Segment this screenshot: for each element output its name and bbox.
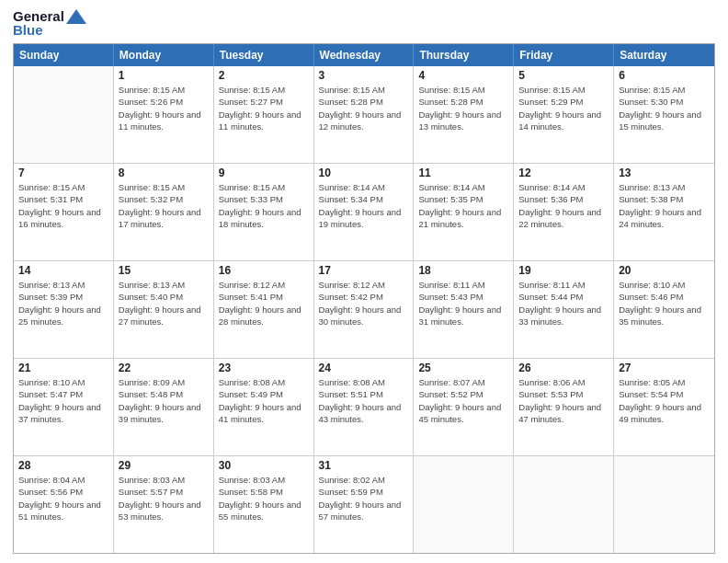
day-info: Sunrise: 8:15 AM Sunset: 5:31 PM Dayligh…: [18, 181, 108, 230]
calendar-cell-w4-d3: 23 Sunrise: 8:08 AM Sunset: 5:49 PM Dayl…: [214, 359, 314, 455]
calendar-cell-w3-d3: 16 Sunrise: 8:12 AM Sunset: 5:41 PM Dayl…: [214, 261, 314, 358]
day-number: 30: [219, 459, 309, 472]
day-number: 25: [418, 362, 508, 374]
day-number: 7: [18, 167, 108, 179]
header-day-sunday: Sunday: [14, 44, 114, 66]
sunset-text: Sunset: 5:30 PM: [619, 96, 710, 108]
sunrise-text: Sunrise: 8:10 AM: [18, 376, 108, 388]
calendar-cell-w1-d3: 2 Sunrise: 8:15 AM Sunset: 5:27 PM Dayli…: [214, 66, 314, 163]
day-info: Sunrise: 8:03 AM Sunset: 5:58 PM Dayligh…: [219, 474, 309, 523]
sunrise-text: Sunrise: 8:13 AM: [18, 279, 108, 291]
header-day-wednesday: Wednesday: [314, 44, 415, 66]
daylight-text: Daylight: 9 hours and 27 minutes.: [119, 304, 209, 328]
daylight-text: Daylight: 9 hours and 57 minutes.: [319, 499, 409, 523]
day-number: 28: [18, 459, 108, 472]
sunset-text: Sunset: 5:44 PM: [518, 291, 609, 303]
calendar-cell-w5-d7: [614, 456, 714, 553]
sunset-text: Sunset: 5:26 PM: [119, 96, 209, 108]
logo-triangle-icon: [66, 9, 86, 24]
calendar-cell-w2-d3: 9 Sunrise: 8:15 AM Sunset: 5:33 PM Dayli…: [214, 164, 314, 260]
calendar-cell-w5-d6: [514, 456, 614, 553]
day-info: Sunrise: 8:14 AM Sunset: 5:35 PM Dayligh…: [418, 181, 508, 230]
sunset-text: Sunset: 5:54 PM: [619, 388, 710, 400]
sunrise-text: Sunrise: 8:15 AM: [219, 181, 309, 193]
daylight-text: Daylight: 9 hours and 35 minutes.: [619, 304, 710, 328]
daylight-text: Daylight: 9 hours and 17 minutes.: [119, 206, 209, 231]
day-info: Sunrise: 8:15 AM Sunset: 5:28 PM Dayligh…: [418, 84, 508, 132]
calendar-cell-w2-d6: 12 Sunrise: 8:14 AM Sunset: 5:36 PM Dayl…: [514, 164, 614, 260]
sunrise-text: Sunrise: 8:04 AM: [18, 474, 108, 486]
sunset-text: Sunset: 5:40 PM: [119, 291, 209, 303]
daylight-text: Daylight: 9 hours and 13 minutes.: [418, 109, 508, 133]
week-row-4: 21 Sunrise: 8:10 AM Sunset: 5:47 PM Dayl…: [14, 359, 714, 456]
day-info: Sunrise: 8:15 AM Sunset: 5:28 PM Dayligh…: [319, 84, 409, 132]
day-number: 23: [219, 362, 309, 374]
calendar-cell-w1-d1: [14, 66, 114, 163]
sunset-text: Sunset: 5:28 PM: [418, 96, 508, 108]
daylight-text: Daylight: 9 hours and 30 minutes.: [319, 304, 409, 328]
calendar-cell-w1-d2: 1 Sunrise: 8:15 AM Sunset: 5:26 PM Dayli…: [114, 66, 214, 163]
daylight-text: Daylight: 9 hours and 41 minutes.: [219, 401, 309, 426]
sunset-text: Sunset: 5:33 PM: [219, 193, 309, 205]
page: General Blue SundayMondayTuesdayWednesda…: [0, 0, 728, 563]
calendar-cell-w2-d2: 8 Sunrise: 8:15 AM Sunset: 5:32 PM Dayli…: [114, 164, 214, 260]
sunrise-text: Sunrise: 8:10 AM: [619, 279, 710, 291]
day-number: 29: [119, 459, 209, 472]
day-info: Sunrise: 8:15 AM Sunset: 5:29 PM Dayligh…: [518, 84, 609, 132]
day-number: 3: [319, 69, 409, 82]
header-day-thursday: Thursday: [414, 44, 514, 66]
calendar-body: 1 Sunrise: 8:15 AM Sunset: 5:26 PM Dayli…: [14, 66, 714, 553]
sunset-text: Sunset: 5:51 PM: [319, 388, 409, 400]
sunset-text: Sunset: 5:32 PM: [119, 193, 209, 205]
sunset-text: Sunset: 5:39 PM: [18, 291, 108, 303]
day-number: 12: [518, 167, 609, 179]
week-row-3: 14 Sunrise: 8:13 AM Sunset: 5:39 PM Dayl…: [14, 261, 714, 359]
sunset-text: Sunset: 5:48 PM: [119, 388, 209, 400]
sunset-text: Sunset: 5:27 PM: [219, 96, 309, 108]
sunrise-text: Sunrise: 8:03 AM: [119, 474, 209, 486]
sunset-text: Sunset: 5:29 PM: [518, 96, 609, 108]
day-info: Sunrise: 8:12 AM Sunset: 5:41 PM Dayligh…: [219, 279, 309, 327]
day-number: 21: [18, 362, 108, 374]
sunset-text: Sunset: 5:31 PM: [18, 193, 108, 205]
day-info: Sunrise: 8:14 AM Sunset: 5:34 PM Dayligh…: [319, 181, 409, 230]
daylight-text: Daylight: 9 hours and 45 minutes.: [418, 401, 508, 426]
day-number: 18: [418, 264, 508, 277]
sunset-text: Sunset: 5:53 PM: [518, 388, 609, 400]
calendar-cell-w1-d7: 6 Sunrise: 8:15 AM Sunset: 5:30 PM Dayli…: [614, 66, 714, 163]
calendar-cell-w5-d1: 28 Sunrise: 8:04 AM Sunset: 5:56 PM Dayl…: [14, 456, 114, 553]
sunrise-text: Sunrise: 8:11 AM: [418, 279, 508, 291]
day-info: Sunrise: 8:10 AM Sunset: 5:46 PM Dayligh…: [619, 279, 710, 327]
daylight-text: Daylight: 9 hours and 22 minutes.: [518, 206, 609, 231]
daylight-text: Daylight: 9 hours and 11 minutes.: [119, 109, 209, 133]
sunrise-text: Sunrise: 8:09 AM: [119, 376, 209, 388]
day-info: Sunrise: 8:12 AM Sunset: 5:42 PM Dayligh…: [319, 279, 409, 327]
day-number: 8: [119, 167, 209, 179]
header-day-monday: Monday: [114, 44, 214, 66]
calendar-cell-w3-d4: 17 Sunrise: 8:12 AM Sunset: 5:42 PM Dayl…: [314, 261, 415, 358]
daylight-text: Daylight: 9 hours and 39 minutes.: [119, 401, 209, 426]
calendar-cell-w2-d5: 11 Sunrise: 8:14 AM Sunset: 5:35 PM Dayl…: [414, 164, 514, 260]
logo-text-blue: Blue: [13, 23, 43, 39]
calendar-cell-w5-d2: 29 Sunrise: 8:03 AM Sunset: 5:57 PM Dayl…: [114, 456, 214, 553]
day-info: Sunrise: 8:13 AM Sunset: 5:40 PM Dayligh…: [119, 279, 209, 327]
calendar-cell-w2-d1: 7 Sunrise: 8:15 AM Sunset: 5:31 PM Dayli…: [14, 164, 114, 260]
day-number: 5: [518, 69, 609, 82]
calendar-cell-w4-d4: 24 Sunrise: 8:08 AM Sunset: 5:51 PM Dayl…: [314, 359, 415, 455]
sunset-text: Sunset: 5:46 PM: [619, 291, 710, 303]
sunrise-text: Sunrise: 8:15 AM: [119, 84, 209, 96]
week-row-5: 28 Sunrise: 8:04 AM Sunset: 5:56 PM Dayl…: [14, 456, 714, 553]
sunrise-text: Sunrise: 8:15 AM: [119, 181, 209, 193]
daylight-text: Daylight: 9 hours and 43 minutes.: [319, 401, 409, 426]
day-info: Sunrise: 8:15 AM Sunset: 5:27 PM Dayligh…: [219, 84, 309, 132]
daylight-text: Daylight: 9 hours and 21 minutes.: [418, 206, 508, 231]
calendar-cell-w4-d7: 27 Sunrise: 8:05 AM Sunset: 5:54 PM Dayl…: [614, 359, 714, 455]
sunset-text: Sunset: 5:59 PM: [319, 486, 409, 498]
day-number: 26: [518, 362, 609, 374]
header-day-saturday: Saturday: [614, 44, 714, 66]
day-number: 14: [18, 264, 108, 277]
day-info: Sunrise: 8:03 AM Sunset: 5:57 PM Dayligh…: [119, 474, 209, 523]
sunrise-text: Sunrise: 8:14 AM: [319, 181, 409, 193]
header-day-friday: Friday: [514, 44, 614, 66]
sunrise-text: Sunrise: 8:12 AM: [219, 279, 309, 291]
